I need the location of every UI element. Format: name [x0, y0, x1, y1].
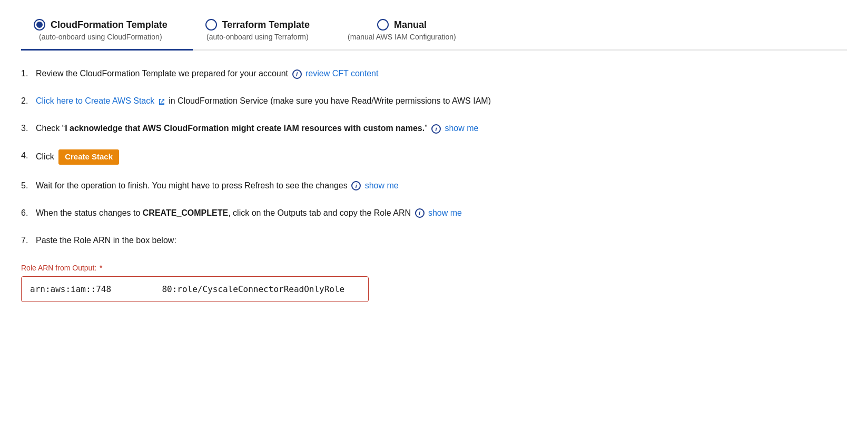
step-3-bold: I acknowledge that AWS CloudFormation mi… [65, 124, 425, 133]
step-3-text-after: ” [425, 124, 427, 133]
role-arn-input[interactable] [21, 276, 369, 302]
step-2-number: 2. [21, 95, 36, 107]
step-3: 3. Check “I acknowledge that AWS CloudFo… [21, 122, 847, 135]
step-6-bold: CREATE_COMPLETE [143, 208, 228, 217]
step-7-text: Paste the Role ARN in the box below: [36, 236, 176, 245]
step-1-content: Review the CloudFormation Template we pr… [36, 67, 847, 80]
step-2: 2. Click here to Create AWS Stack in Clo… [21, 95, 847, 107]
tab-cloudformation-label: CloudFormation Template [51, 19, 167, 31]
step-6-number: 6. [21, 207, 36, 219]
radio-cloudformation[interactable] [34, 19, 45, 31]
tab-manual[interactable]: Manual (manual AWS IAM Configuration) [335, 11, 481, 49]
tab-manual-sublabel: (manual AWS IAM Configuration) [348, 33, 456, 41]
step-6-info-icon: i [415, 208, 425, 218]
step-7: 7. Paste the Role ARN in the box below: [21, 234, 847, 247]
tab-terraform-label: Terraform Template [222, 19, 310, 31]
step-5: 5. Wait for the operation to finish. You… [21, 179, 847, 192]
tab-terraform[interactable]: Terraform Template (auto-onboard using T… [193, 11, 335, 49]
tab-cloudformation[interactable]: CloudFormation Template (auto-onboard us… [21, 11, 193, 49]
step-1-link[interactable]: review CFT content [305, 69, 378, 78]
radio-terraform[interactable] [205, 19, 217, 31]
step-3-link[interactable]: show me [445, 124, 478, 133]
step-2-text-after: in CloudFormation Service (make sure you… [169, 96, 491, 105]
tab-cloudformation-sublabel: (auto-onboard using CloudFormation) [39, 33, 162, 41]
step-1-number: 1. [21, 67, 36, 80]
radio-manual[interactable] [377, 19, 389, 31]
step-7-number: 7. [21, 234, 36, 247]
required-indicator: * [100, 264, 102, 272]
step-3-info-icon: i [431, 124, 441, 134]
step-1: 1. Review the CloudFormation Template we… [21, 67, 847, 80]
step-5-link[interactable]: show me [365, 181, 399, 190]
step-6-content: When the status changes to CREATE_COMPLE… [36, 207, 847, 219]
tab-terraform-sublabel: (auto-onboard using Terraform) [206, 33, 309, 41]
step-5-info-icon: i [351, 181, 361, 190]
page-container: CloudFormation Template (auto-onboard us… [0, 0, 868, 313]
role-arn-section: Role ARN from Output: * [21, 264, 847, 302]
step-4-content: Click Create Stack [36, 149, 847, 165]
step-3-content: Check “I acknowledge that AWS CloudForma… [36, 122, 847, 135]
step-3-text-before: Check “ [36, 124, 65, 133]
step-1-text: Review the CloudFormation Template we pr… [36, 69, 288, 78]
step-6: 6. When the status changes to CREATE_COM… [21, 207, 847, 219]
step-1-info-icon: i [292, 69, 302, 79]
step-4-number: 4. [21, 149, 36, 162]
step-6-text-after: , click on the Outputs tab and copy the … [228, 208, 411, 217]
steps-list: 1. Review the CloudFormation Template we… [21, 67, 847, 247]
step-3-number: 3. [21, 122, 36, 135]
step-7-content: Paste the Role ARN in the box below: [36, 234, 847, 247]
tab-manual-label: Manual [394, 19, 427, 31]
create-stack-badge: Create Stack [58, 149, 119, 165]
step-6-text-before: When the status changes to [36, 208, 143, 217]
step-5-content: Wait for the operation to finish. You mi… [36, 179, 847, 192]
step-2-link[interactable]: Click here to Create AWS Stack [36, 96, 169, 105]
step-5-text: Wait for the operation to finish. You mi… [36, 181, 348, 190]
step-4: 4. Click Create Stack [21, 149, 847, 165]
step-4-text: Click [36, 152, 54, 161]
step-5-number: 5. [21, 179, 36, 192]
tabs-bar: CloudFormation Template (auto-onboard us… [21, 11, 847, 51]
external-link-icon [158, 98, 165, 105]
step-2-content: Click here to Create AWS Stack in CloudF… [36, 95, 847, 107]
step-6-link[interactable]: show me [428, 208, 462, 217]
role-arn-label: Role ARN from Output: * [21, 264, 847, 272]
